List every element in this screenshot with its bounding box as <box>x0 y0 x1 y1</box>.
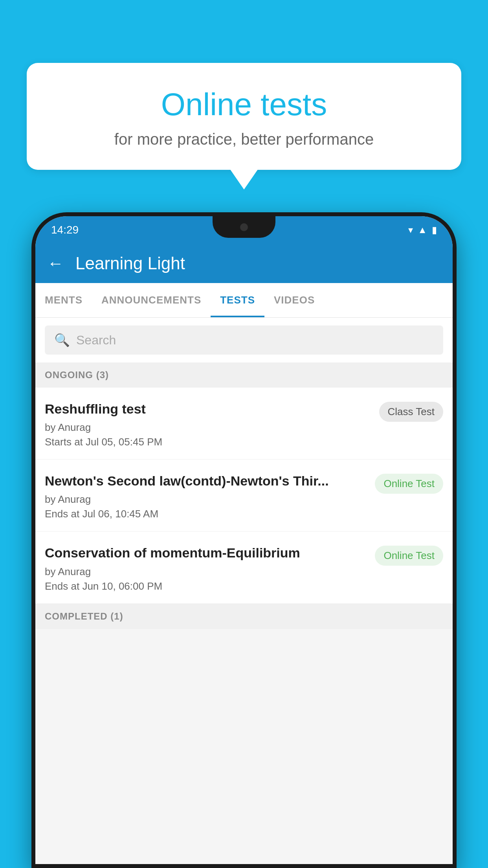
speech-bubble: Online tests for more practice, better p… <box>27 63 461 170</box>
wifi-icon: ▾ <box>408 224 413 235</box>
ongoing-section-header: ONGOING (3) <box>35 362 453 388</box>
app-header: ← Learning Light <box>35 244 453 283</box>
test-title-3: Conservation of momentum-Equilibrium <box>45 544 367 561</box>
test-date-3: Ends at Jun 10, 06:00 PM <box>45 580 367 592</box>
signal-icon: ▲ <box>418 224 427 235</box>
tab-ments[interactable]: MENTS <box>35 283 92 317</box>
test-item-2[interactable]: Newton's Second law(contd)-Newton's Thir… <box>35 460 453 531</box>
test-item-3[interactable]: Conservation of momentum-Equilibrium by … <box>35 531 453 603</box>
test-info-3: Conservation of momentum-Equilibrium by … <box>45 544 367 592</box>
search-container: 🔍 Search <box>35 318 453 362</box>
tab-announcements[interactable]: ANNOUNCEMENTS <box>92 283 211 317</box>
test-title-2: Newton's Second law(contd)-Newton's Thir… <box>45 472 367 489</box>
test-info-2: Newton's Second law(contd)-Newton's Thir… <box>45 472 367 520</box>
test-info-1: Reshuffling test by Anurag Starts at Jul… <box>45 400 371 448</box>
camera-dot <box>240 223 248 231</box>
tabs-container: MENTS ANNOUNCEMENTS TESTS VIDEOS <box>35 283 453 318</box>
phone-inner: 14:29 ▾ ▲ ▮ ← Learning Light MENTS ANNOU… <box>35 216 453 864</box>
status-bar: 14:29 ▾ ▲ ▮ <box>35 216 453 244</box>
test-date-1: Starts at Jul 05, 05:45 PM <box>45 436 371 448</box>
status-time: 14:29 <box>51 224 79 236</box>
notch <box>213 216 275 238</box>
search-icon: 🔍 <box>54 333 70 348</box>
bubble-title: Online tests <box>46 86 442 123</box>
test-badge-2: Online Test <box>375 474 443 494</box>
battery-icon: ▮ <box>432 224 437 235</box>
search-input[interactable]: Search <box>76 333 116 348</box>
app-title: Learning Light <box>75 254 185 273</box>
back-button[interactable]: ← <box>47 254 64 273</box>
phone-frame: 14:29 ▾ ▲ ▮ ← Learning Light MENTS ANNOU… <box>31 212 457 868</box>
test-by-2: by Anurag <box>45 493 367 506</box>
test-title-1: Reshuffling test <box>45 400 371 417</box>
test-badge-1: Class Test <box>379 402 443 422</box>
test-badge-3: Online Test <box>375 546 443 566</box>
status-icons: ▾ ▲ ▮ <box>408 224 437 235</box>
test-date-2: Ends at Jul 06, 10:45 AM <box>45 508 367 520</box>
tab-tests[interactable]: TESTS <box>211 283 264 317</box>
search-bar[interactable]: 🔍 Search <box>45 326 443 355</box>
completed-section-header: COMPLETED (1) <box>35 604 453 629</box>
test-item-1[interactable]: Reshuffling test by Anurag Starts at Jul… <box>35 388 453 460</box>
test-by-3: by Anurag <box>45 566 367 578</box>
bubble-subtitle: for more practice, better performance <box>46 131 442 148</box>
test-by-1: by Anurag <box>45 421 371 434</box>
tab-videos[interactable]: VIDEOS <box>264 283 324 317</box>
